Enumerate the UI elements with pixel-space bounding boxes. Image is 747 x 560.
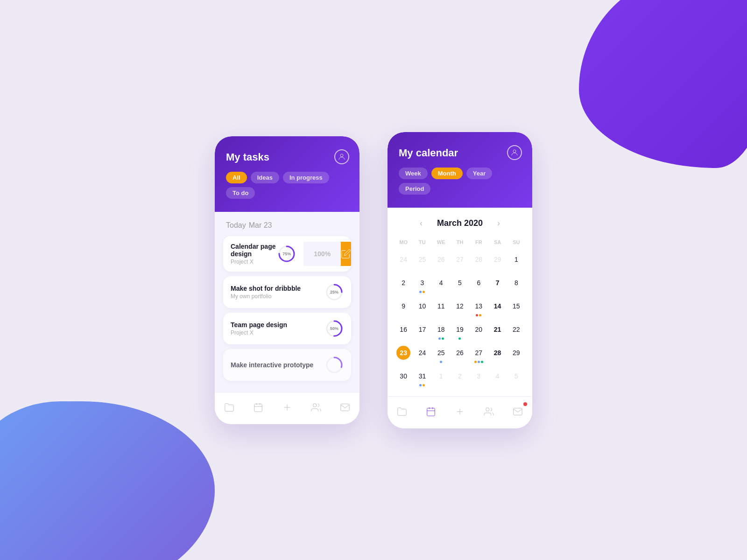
cal-day-cell: 15 bbox=[507, 296, 526, 319]
cal-day-cell: 1 bbox=[507, 250, 526, 272]
tasks-avatar[interactable] bbox=[334, 149, 349, 164]
weekday-sa: SA bbox=[488, 238, 507, 247]
task-2-progress: 25% bbox=[325, 283, 344, 301]
cal-day-cell: 20 bbox=[469, 320, 488, 342]
task-3-progress: 50% bbox=[325, 319, 344, 338]
month-nav: ‹ March 2020 › bbox=[394, 217, 526, 230]
weekday-tu: TU bbox=[413, 238, 431, 247]
cal-day-cell: 31 bbox=[413, 366, 431, 389]
task-1-progress: 75% bbox=[277, 245, 296, 263]
calendar-avatar[interactable] bbox=[507, 145, 522, 160]
cal-day-cell: 10 bbox=[413, 296, 431, 319]
cal-day-cell: 24 bbox=[394, 250, 413, 272]
cal-day-cell: 11 bbox=[432, 296, 451, 319]
weekday-fr: FR bbox=[469, 238, 488, 247]
cal-day-cell: 26 bbox=[432, 250, 451, 272]
cal-day-cell: 3 bbox=[413, 273, 431, 295]
task-4-info: Make interactive prototype bbox=[231, 361, 313, 369]
cal-tab-week[interactable]: Week bbox=[399, 168, 428, 179]
nav-users[interactable] bbox=[308, 399, 324, 416]
today-date: Mar 23 bbox=[249, 221, 272, 229]
task-1-actions: 100% bbox=[303, 242, 351, 266]
task-card-3: Team page design Project X 50% bbox=[223, 313, 351, 344]
cal-day-cell: 18 bbox=[432, 320, 451, 342]
task-2-title: Make shot for dribbble bbox=[231, 285, 301, 292]
nav-add[interactable] bbox=[279, 399, 296, 416]
cal-day-cell: 25 bbox=[432, 343, 451, 365]
cal-week-6: 30 31 1 2 3 4 5 bbox=[394, 366, 526, 389]
weekday-mo: MO bbox=[394, 238, 413, 247]
nav-calendar[interactable] bbox=[250, 399, 267, 416]
task-3-title: Team page design bbox=[231, 321, 287, 329]
cal-week-1: 24 25 26 27 28 29 1 bbox=[394, 250, 526, 272]
task-3-pct: 50% bbox=[330, 326, 338, 331]
prev-month-button[interactable]: ‹ bbox=[415, 217, 428, 230]
cal-day-cell: 30 bbox=[394, 366, 413, 389]
cal-day-cell: 27 bbox=[451, 250, 469, 272]
svg-point-23 bbox=[486, 407, 489, 411]
cal-nav-folder[interactable] bbox=[394, 403, 410, 420]
task-1-title: Calendar page design bbox=[231, 243, 277, 258]
task-card-4: Make interactive prototype bbox=[223, 349, 351, 381]
calendar-tab-pills: Week Month Year Period bbox=[399, 168, 521, 195]
cal-day-cell: 24 bbox=[413, 343, 431, 365]
svg-point-15 bbox=[313, 403, 317, 406]
edit-button[interactable] bbox=[341, 242, 351, 266]
tasks-title: My tasks bbox=[226, 151, 348, 163]
cal-day-cell: 4 bbox=[488, 366, 507, 389]
cal-week-3: 9 10 11 12 13 14 15 bbox=[394, 296, 526, 319]
tab-all[interactable]: All bbox=[226, 172, 247, 183]
calendar-bottom-nav bbox=[388, 396, 532, 428]
cal-day-cell: 2 bbox=[451, 366, 469, 389]
cal-day-cell: 5 bbox=[507, 366, 526, 389]
svg-point-16 bbox=[513, 150, 516, 153]
cal-day-cell: 8 bbox=[507, 273, 526, 295]
cal-week-4: 16 17 18 19 20 21 22 bbox=[394, 320, 526, 342]
next-month-button[interactable]: › bbox=[492, 217, 505, 230]
cal-day-cell: 26 bbox=[451, 343, 469, 365]
tasks-header: My tasks All Ideas In progress To do bbox=[215, 136, 359, 212]
cal-day-cell: 29 bbox=[488, 250, 507, 272]
cal-day-cell: 6 bbox=[469, 273, 488, 295]
tab-in-progress[interactable]: In progress bbox=[283, 172, 329, 183]
cal-day-cell: 27 bbox=[469, 343, 488, 365]
cal-nav-add[interactable] bbox=[451, 403, 468, 420]
cal-week-2: 2 3 4 5 6 7 8 bbox=[394, 273, 526, 295]
task-2-info: Make shot for dribbble My own portfolio bbox=[231, 285, 301, 300]
weekday-su: SU bbox=[507, 238, 526, 247]
cal-day-cell: 3 bbox=[469, 366, 488, 389]
task-1-full-pct: 100% bbox=[314, 250, 331, 258]
cal-tab-year[interactable]: Year bbox=[466, 168, 492, 179]
cal-weekday-headers: MO TU WE TH FR SA SU bbox=[394, 238, 526, 247]
cal-tab-period[interactable]: Period bbox=[399, 183, 430, 195]
cal-nav-users[interactable] bbox=[480, 403, 497, 420]
calendar-grid: MO TU WE TH FR SA SU 24 25 26 27 28 29 1… bbox=[394, 238, 526, 389]
task-2-subtitle: My own portfolio bbox=[231, 293, 301, 300]
cal-nav-mail[interactable] bbox=[509, 403, 526, 420]
tasks-tab-pills: All Ideas In progress To do bbox=[226, 172, 348, 199]
cal-day-cell: 2 bbox=[394, 273, 413, 295]
nav-mail[interactable] bbox=[337, 399, 353, 416]
cal-day-cell: 13 bbox=[469, 296, 488, 319]
calendar-body: ‹ March 2020 › MO TU WE TH FR SA SU 24 2… bbox=[388, 208, 532, 396]
tab-to-do[interactable]: To do bbox=[226, 187, 255, 199]
cal-day-cell: 7 bbox=[488, 273, 507, 295]
cal-day-cell: 28 bbox=[488, 343, 507, 365]
cal-day-cell: 14 bbox=[488, 296, 507, 319]
tab-ideas[interactable]: Ideas bbox=[251, 172, 279, 183]
task-4-progress bbox=[325, 356, 344, 374]
cal-day-cell: 9 bbox=[394, 296, 413, 319]
nav-folder[interactable] bbox=[221, 399, 238, 416]
task-card-1-inner: Calendar page design Project X 75% bbox=[223, 236, 303, 272]
cal-tab-month[interactable]: Month bbox=[431, 168, 463, 179]
today-header: TodayMar 23 bbox=[223, 221, 351, 230]
cal-nav-calendar[interactable] bbox=[423, 403, 439, 420]
svg-rect-9 bbox=[254, 404, 262, 412]
task-4-title: Make interactive prototype bbox=[231, 361, 313, 369]
task-1-info: Calendar page design Project X bbox=[231, 243, 277, 265]
blob-bottom-left bbox=[0, 401, 215, 560]
month-year-label: March 2020 bbox=[437, 218, 483, 228]
task-3-subtitle: Project X bbox=[231, 329, 287, 336]
cal-day-cell: 19 bbox=[451, 320, 469, 342]
cal-day-cell: 5 bbox=[451, 273, 469, 295]
